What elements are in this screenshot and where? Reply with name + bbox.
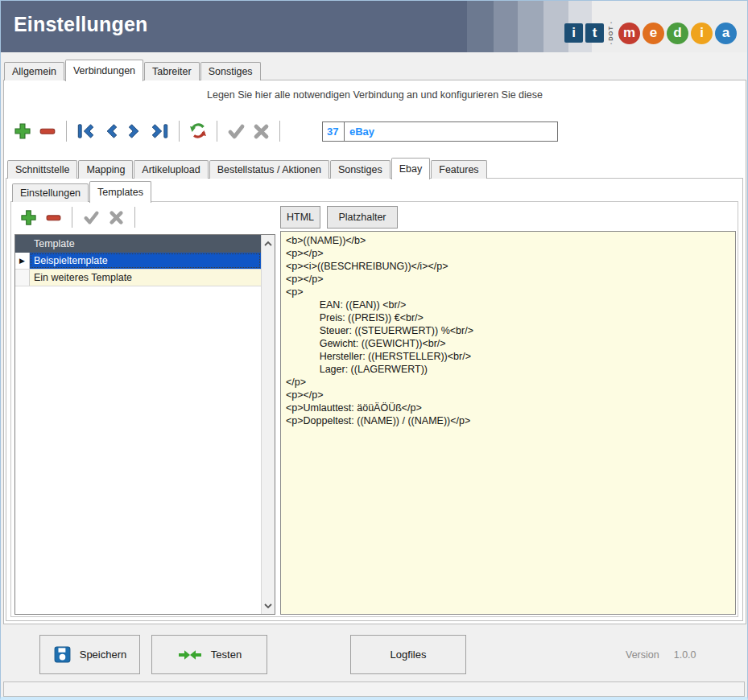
scroll-down-button[interactable] — [262, 599, 275, 612]
toolbar-separator — [179, 121, 180, 142]
template-table: Template ▶ Beispieltemplate Ein weiteres… — [14, 234, 275, 615]
add-template-button[interactable] — [18, 207, 39, 228]
row-indicator — [15, 270, 30, 286]
logfiles-button[interactable]: Logfiles — [350, 635, 466, 674]
connection-id-value: 37 — [323, 122, 345, 141]
row-marker-icon: ▶ — [19, 257, 25, 265]
plus-icon — [20, 209, 37, 226]
logfiles-button-label: Logfiles — [391, 649, 427, 661]
minus-icon — [45, 209, 62, 226]
brand-logo: i t •DOT• m e d i a — [564, 19, 737, 47]
logo-letter-i2: i — [691, 23, 713, 44]
chevron-down-icon — [264, 603, 272, 609]
logo-letter-a: a — [715, 23, 737, 44]
save-button-label: Speichern — [80, 649, 127, 661]
header-banner: Einstellungen i t •DOT• m e d i a — [1, 1, 747, 52]
tab-features[interactable]: Features — [431, 160, 486, 179]
x-icon — [108, 209, 125, 226]
toolbar-separator — [72, 207, 72, 228]
add-record-button[interactable] — [12, 121, 33, 142]
logo-dot-divider: •DOT• — [606, 19, 616, 47]
ebay-tabstrip: Einstellungen Templates — [12, 181, 152, 202]
check-icon — [83, 209, 100, 226]
version-label: Version — [626, 649, 659, 661]
record-toolbar: 37 eBay — [12, 119, 558, 143]
chevron-right-icon — [126, 122, 144, 140]
toolbar-separator — [66, 121, 67, 142]
logo-letter-t: t — [585, 23, 604, 43]
chevron-left-icon — [101, 122, 119, 140]
scroll-up-button[interactable] — [262, 237, 275, 250]
row-indicator: ▶ — [15, 253, 30, 269]
main-tabstrip: Allgemein Verbindungen Tabreiter Sonstig… — [4, 58, 262, 80]
cancel-record-button[interactable] — [250, 121, 271, 142]
tab-schnittstelle[interactable]: Schnittstelle — [7, 160, 77, 179]
plus-icon — [14, 122, 31, 140]
connection-name-input[interactable]: eBay — [345, 122, 557, 141]
tab-templates[interactable]: Templates — [89, 181, 151, 203]
refresh-record-button[interactable] — [188, 121, 209, 142]
tab-tabreiter[interactable]: Tabreiter — [144, 62, 200, 80]
tab-artikelupload[interactable]: Artikelupload — [134, 160, 208, 179]
previous-record-button[interactable] — [100, 121, 121, 142]
toolbar-separator — [279, 121, 280, 142]
toolbar-separator — [217, 121, 217, 142]
placeholder-button[interactable]: Platzhalter — [327, 206, 398, 229]
last-icon — [151, 122, 170, 140]
confirm-record-button[interactable] — [225, 121, 246, 142]
tab-sonstiges-2[interactable]: Sonstiges — [330, 160, 391, 179]
tab-ebay[interactable]: Ebay — [391, 158, 431, 179]
settings-window: Einstellungen i t •DOT• m e d i a Allgem… — [0, 0, 748, 700]
logo-letter-i: i — [564, 23, 583, 43]
logo-letter-m: m — [618, 23, 640, 44]
table-row[interactable]: Ein weiteres Template — [15, 270, 261, 286]
test-button[interactable]: Testen — [151, 635, 267, 674]
first-icon — [76, 122, 95, 140]
tab-bestellstatus-aktionen[interactable]: Bestellstatus / Aktionen — [209, 160, 329, 179]
tab-verbindungen[interactable]: Verbindungen — [65, 60, 143, 81]
confirm-template-button[interactable] — [81, 207, 101, 228]
template-code-editor[interactable]: <b>((NAME))</b> <p></p> <p><i>((BESCHREI… — [280, 231, 736, 615]
save-button[interactable]: Speichern — [39, 635, 140, 674]
template-name[interactable]: Beispieltemplate — [30, 253, 261, 269]
save-disk-icon — [53, 645, 72, 664]
first-record-button[interactable] — [75, 121, 96, 142]
logo-letter-d: d — [667, 23, 688, 44]
next-record-button[interactable] — [125, 121, 146, 142]
logo-letter-e: e — [643, 23, 664, 44]
html-view-button[interactable]: HTML — [280, 206, 320, 229]
connection-record-field[interactable]: 37 eBay — [322, 121, 558, 142]
connection-tabstrip: Schnittstelle Mapping Artikelupload Best… — [7, 157, 488, 179]
tab-allgemein[interactable]: Allgemein — [4, 62, 64, 80]
check-icon — [227, 122, 246, 141]
x-icon — [252, 122, 271, 141]
version-info: Version 1.0.0 — [626, 649, 696, 661]
cancel-template-button[interactable] — [105, 207, 126, 228]
last-record-button[interactable] — [150, 121, 171, 142]
chevron-up-icon — [264, 241, 272, 247]
refresh-icon — [188, 121, 208, 141]
template-toolbar — [18, 207, 139, 228]
template-name[interactable]: Ein weiteres Template — [30, 270, 261, 286]
version-value: 1.0.0 — [674, 649, 696, 661]
remove-record-button[interactable] — [37, 121, 58, 142]
minus-icon — [39, 122, 56, 140]
remove-template-button[interactable] — [43, 207, 64, 228]
tab-sonstiges[interactable]: Sonstiges — [200, 62, 261, 80]
page-title: Einstellungen — [14, 13, 148, 36]
test-arrows-icon — [177, 647, 203, 663]
connections-hint-text: Legen Sie hier alle notwendigen Verbindu… — [1, 89, 748, 101]
template-column-header[interactable]: Template — [15, 235, 261, 253]
table-row-selected[interactable]: ▶ Beispieltemplate — [15, 253, 261, 270]
toolbar-separator — [134, 207, 135, 228]
vertical-scrollbar[interactable] — [261, 235, 275, 614]
tab-einstellungen[interactable]: Einstellungen — [12, 183, 89, 202]
test-button-label: Testen — [211, 649, 242, 661]
tab-mapping[interactable]: Mapping — [78, 160, 133, 179]
status-bar — [3, 681, 745, 697]
